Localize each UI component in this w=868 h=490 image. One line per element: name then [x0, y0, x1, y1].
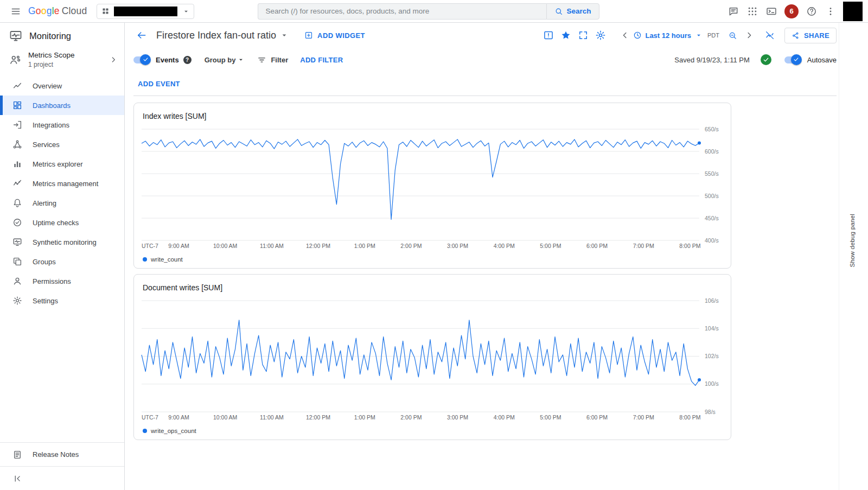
- metrics-explorer-icon: [12, 159, 22, 169]
- search-button-label: Search: [567, 7, 591, 15]
- project-grid-icon: [101, 7, 110, 15]
- share-button[interactable]: SHARE: [784, 28, 837, 43]
- chart-title: Index writes [SUM]: [143, 112, 724, 120]
- sidebar-item-overview[interactable]: Overview: [0, 76, 124, 96]
- sidebar-item-metrics-management[interactable]: Metrics management: [0, 174, 124, 193]
- filter-label: Filter: [271, 56, 288, 64]
- synthetic-monitoring-icon: [12, 237, 22, 247]
- svg-text:100/s: 100/s: [705, 380, 719, 387]
- sidebar-item-uptime-checks[interactable]: Uptime checks: [0, 213, 124, 232]
- x-axis-tick: 3:00 PM: [447, 243, 468, 249]
- clock-icon: [633, 31, 642, 40]
- sidebar-item-integrations[interactable]: Integrations: [0, 115, 124, 135]
- integrations-icon: [12, 120, 22, 130]
- plus-box-icon: [304, 31, 313, 40]
- chart-plot-area[interactable]: 650/s600/s550/s500/s450/s400/s: [142, 129, 724, 240]
- project-selector[interactable]: [97, 4, 194, 19]
- metrics-management-icon: [12, 179, 22, 188]
- feedback-icon[interactable]: [725, 3, 742, 20]
- add-event-button[interactable]: ADD EVENT: [138, 80, 180, 88]
- filter-list-icon: [257, 55, 266, 65]
- legend-label: write_count: [151, 256, 183, 263]
- groups-icon: [12, 257, 22, 266]
- time-range-selector[interactable]: Last 12 hours: [633, 31, 703, 40]
- sidebar-item-services[interactable]: Services: [0, 135, 124, 154]
- sidebar-item-groups[interactable]: Groups: [0, 252, 124, 271]
- collapse-sidebar-button[interactable]: [0, 466, 124, 490]
- product-header: Monitoring: [0, 23, 124, 49]
- sidebar-item-synthetic-monitoring[interactable]: Synthetic monitoring: [0, 232, 124, 252]
- toggle-check-icon: [140, 54, 151, 65]
- sidebar-item-label: Synthetic monitoring: [33, 238, 97, 246]
- sidebar-item-permissions[interactable]: Permissions: [0, 271, 124, 291]
- metrics-scope-selector[interactable]: Metrics Scope 1 project: [0, 49, 124, 76]
- sidebar-item-dashboards[interactable]: Dashboards: [0, 96, 124, 115]
- sidebar-item-label: Overview: [33, 82, 62, 90]
- sidebar-item-label: Dashboards: [33, 101, 71, 110]
- x-axis-tick: 4:00 PM: [494, 243, 515, 249]
- chevron-left-icon[interactable]: [617, 27, 633, 43]
- back-arrow-icon[interactable]: [133, 27, 150, 43]
- show-debug-panel-button[interactable]: Show debug panel: [849, 214, 856, 267]
- sidebar-item-metrics-explorer[interactable]: Metrics explorer: [0, 154, 124, 174]
- filter-bar: Events ? Group by Filter ADD FILTER Save…: [125, 48, 868, 72]
- hamburger-menu-icon[interactable]: [8, 3, 24, 20]
- overview-icon: [12, 81, 22, 91]
- settings-gear-icon[interactable]: [593, 28, 608, 43]
- sidebar-item-label: Permissions: [33, 277, 71, 285]
- permissions-icon: [12, 276, 22, 286]
- sidebar-item-label: Metrics management: [33, 180, 98, 188]
- filter-button[interactable]: Filter: [257, 55, 288, 65]
- issues-panel-icon[interactable]: [541, 28, 556, 43]
- add-widget-button[interactable]: ADD WIDGET: [304, 31, 365, 40]
- group-by-dropdown[interactable]: Group by: [205, 55, 246, 64]
- sidebar-item-alerting[interactable]: Alerting: [0, 193, 124, 213]
- fullscreen-icon[interactable]: [576, 28, 591, 43]
- hide-charts-icon[interactable]: [762, 27, 778, 43]
- legend-label: write_ops_count: [151, 428, 196, 434]
- x-axis-tick: 7:00 PM: [633, 243, 654, 249]
- chart-card-document-writes: Document writes [SUM] 106/s104/s102/s100…: [133, 274, 731, 440]
- product-name: Monitoring: [29, 31, 71, 41]
- google-cloud-logo: Google Cloud: [28, 5, 87, 17]
- chevron-right-icon: [109, 55, 118, 64]
- apps-grid-icon[interactable]: [744, 3, 761, 20]
- notifications-badge[interactable]: 6: [784, 4, 799, 18]
- cloud-shell-icon[interactable]: [763, 3, 780, 20]
- charts-area: Index writes [SUM] 650/s600/s550/s500/s4…: [125, 96, 868, 446]
- x-axis-timezone: UTC-7: [142, 243, 158, 249]
- events-help-icon[interactable]: ?: [183, 56, 192, 64]
- brand-primary: Google: [28, 5, 60, 17]
- brand-secondary: Cloud: [62, 5, 87, 17]
- star-icon[interactable]: [558, 28, 573, 43]
- chart-plot-area[interactable]: 106/s104/s102/s100/s98/s: [142, 301, 724, 412]
- redacted-avatar[interactable]: [843, 2, 863, 21]
- settings-icon: [12, 296, 22, 306]
- x-axis-tick: 9:00 AM: [168, 243, 189, 249]
- sidebar-item-settings[interactable]: Settings: [0, 291, 124, 310]
- global-search: Search: [258, 3, 599, 20]
- sidebar-item-release-notes[interactable]: Release Notes: [0, 442, 124, 466]
- x-axis-tick: 8:00 PM: [679, 243, 700, 249]
- sidebar: Monitoring Metrics Scope 1 project Overv…: [0, 23, 125, 490]
- events-label: Events: [156, 56, 179, 64]
- svg-text:600/s: 600/s: [705, 148, 719, 155]
- search-input[interactable]: [258, 3, 546, 20]
- help-icon[interactable]: [803, 3, 820, 20]
- search-button[interactable]: Search: [546, 3, 599, 20]
- chevron-right-icon[interactable]: [741, 27, 757, 43]
- toggle-check-icon: [791, 54, 802, 65]
- more-vertical-icon[interactable]: [822, 3, 839, 20]
- x-axis-tick: 10:00 AM: [213, 414, 237, 421]
- chart-legend: write_ops_count: [142, 428, 724, 434]
- event-row: ADD EVENT: [125, 72, 868, 96]
- events-toggle[interactable]: [133, 56, 150, 63]
- title-dropdown-caret-icon[interactable]: [279, 30, 289, 40]
- x-axis-tick: 1:00 PM: [354, 414, 375, 421]
- x-axis-tick: 6:00 PM: [586, 243, 608, 249]
- sidebar-item-label: Services: [33, 141, 60, 149]
- autosave-toggle[interactable]: [784, 56, 801, 63]
- legend-marker: [143, 429, 147, 433]
- add-filter-button[interactable]: ADD FILTER: [300, 56, 343, 64]
- zoom-out-icon[interactable]: [725, 27, 741, 43]
